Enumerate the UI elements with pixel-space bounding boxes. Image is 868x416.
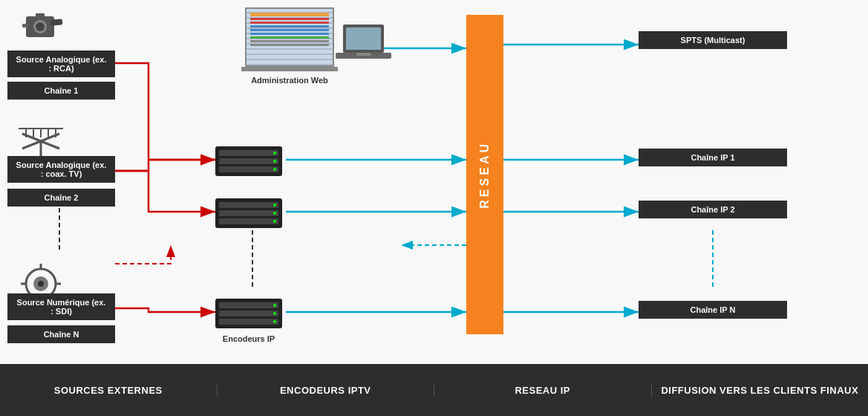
chaine1-box: Chaîne 1 bbox=[7, 82, 115, 100]
svg-point-35 bbox=[273, 152, 276, 155]
diagram-area: Source Analogique (ex. : RCA) Chaîne 1 S… bbox=[0, 0, 868, 364]
svg-point-44 bbox=[273, 220, 276, 223]
laptop-icon bbox=[336, 21, 391, 65]
chaine2-box: Chaîne 2 bbox=[7, 189, 115, 207]
svg-rect-13 bbox=[22, 24, 28, 27]
svg-point-51 bbox=[273, 320, 276, 323]
svg-rect-53 bbox=[346, 27, 381, 50]
svg-rect-34 bbox=[219, 166, 278, 172]
chaineN-box: Chaîne N bbox=[7, 325, 115, 343]
svg-point-50 bbox=[273, 312, 276, 315]
footer-diffusion: DIFFUSION VERS LES CLIENTS FINAUX bbox=[652, 385, 869, 396]
svg-rect-48 bbox=[219, 319, 278, 325]
reseau-bar: RESEAU bbox=[466, 15, 503, 334]
chaineIP2-box: Chaîne IP 2 bbox=[639, 201, 787, 218]
encoder3-icon bbox=[212, 295, 286, 332]
svg-point-42 bbox=[273, 204, 276, 207]
encoder1-icon bbox=[212, 143, 286, 180]
footer: SOURCES EXTERNES ENCODEURS IPTV RESEAU I… bbox=[0, 364, 868, 416]
chaineIPN-box: Chaîne IP N bbox=[639, 301, 787, 319]
camera-icon bbox=[22, 7, 67, 41]
svg-point-10 bbox=[36, 22, 45, 31]
svg-point-37 bbox=[273, 168, 276, 171]
source3-box: Source Numérique (ex. : SDI) bbox=[7, 293, 115, 320]
spts-box: SPTS (Multicast) bbox=[639, 31, 787, 49]
svg-rect-46 bbox=[219, 302, 278, 308]
admin-web-label: Administration Web bbox=[223, 76, 356, 85]
encoder2-icon bbox=[212, 195, 286, 232]
svg-point-49 bbox=[273, 304, 276, 307]
svg-rect-12 bbox=[50, 19, 63, 25]
source1-box: Source Analogique (ex. : RCA) bbox=[7, 51, 115, 77]
svg-point-26 bbox=[38, 281, 44, 287]
encodeurs-label: Encodeurs IP bbox=[212, 334, 286, 343]
source2-box: Source Analogique (ex. : coax. TV) bbox=[7, 156, 115, 183]
svg-rect-33 bbox=[219, 158, 278, 164]
chaineIP1-box: Chaîne IP 1 bbox=[639, 149, 787, 166]
admin-screen bbox=[245, 7, 334, 67]
svg-rect-47 bbox=[219, 311, 278, 316]
svg-point-36 bbox=[273, 160, 276, 163]
svg-point-43 bbox=[273, 212, 276, 215]
svg-rect-41 bbox=[219, 218, 278, 224]
footer-encodeurs: ENCODEURS IPTV bbox=[218, 385, 435, 396]
svg-rect-11 bbox=[36, 13, 45, 18]
svg-rect-55 bbox=[356, 53, 371, 56]
svg-rect-40 bbox=[219, 210, 278, 216]
svg-rect-32 bbox=[219, 150, 278, 156]
svg-rect-39 bbox=[219, 202, 278, 208]
footer-sources: SOURCES EXTERNES bbox=[0, 385, 218, 396]
screen-base bbox=[241, 67, 338, 71]
footer-reseau: RESEAU IP bbox=[434, 385, 652, 396]
